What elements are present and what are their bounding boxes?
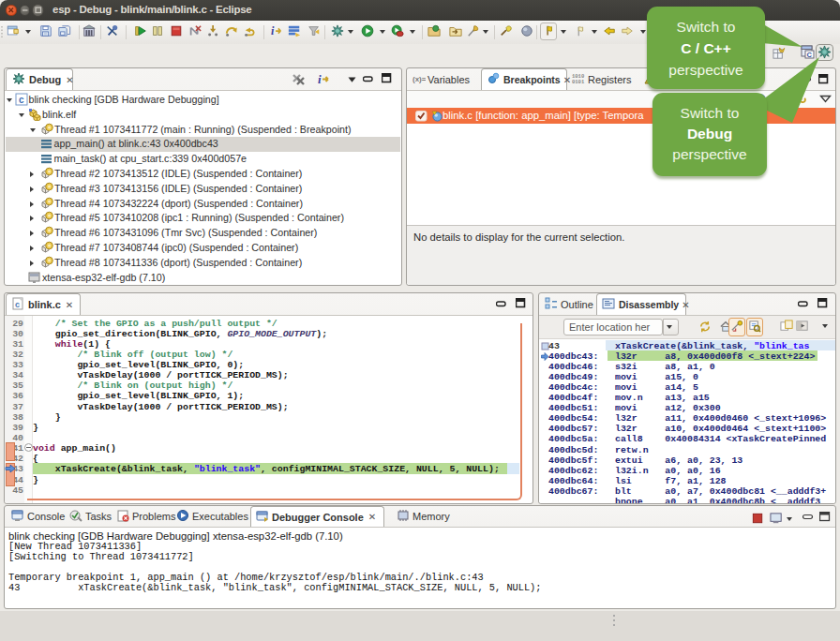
svg-text:c: c [19, 95, 24, 105]
svg-text:i: i [271, 24, 275, 37]
svg-text:0101: 0101 [572, 79, 585, 85]
svg-text:i: i [318, 72, 322, 86]
svg-text:c: c [15, 300, 20, 309]
svg-text:(x)=: (x)= [412, 75, 426, 83]
svg-text:C: C [807, 51, 813, 59]
